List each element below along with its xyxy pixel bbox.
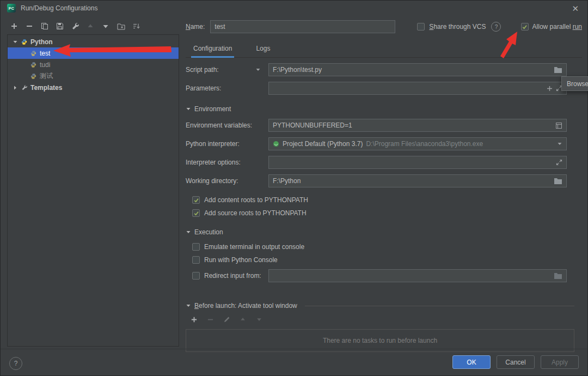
- python-file-icon: [30, 50, 36, 57]
- cancel-button[interactable]: Cancel: [497, 355, 535, 369]
- pycharm-logo-icon: PC: [7, 4, 16, 13]
- edit-templates-icon[interactable]: [70, 21, 80, 31]
- interpreter-row: Python interpreter: Project Default (Pyt…: [186, 137, 582, 150]
- before-launch-toolbar: [186, 314, 582, 325]
- interpreter-combo[interactable]: Project Default (Python 3.7) D:\Program …: [268, 137, 567, 150]
- chevron-right-icon[interactable]: [12, 85, 18, 90]
- python-file-icon: [30, 62, 36, 68]
- parameters-label: Parameters:: [186, 84, 221, 92]
- tree-item-tudi[interactable]: tudi: [8, 59, 179, 70]
- sort-configurations-icon[interactable]: [131, 21, 141, 31]
- close-icon[interactable]: ✕: [569, 3, 581, 14]
- share-vcs-group: Share through VCS ?: [417, 22, 501, 32]
- emulate-terminal-label: Emulate terminal in output console: [204, 243, 304, 251]
- python-file-icon: [30, 73, 36, 80]
- tree-item-ceshi[interactable]: 测试: [8, 70, 179, 82]
- browse-tooltip: Browse: [561, 76, 588, 91]
- chevron-down-icon: [186, 303, 191, 308]
- env-vars-field[interactable]: PYTHONUNBUFFERED=1: [268, 119, 567, 132]
- copy-icon[interactable]: [40, 21, 50, 31]
- env-vars-row: Environment variables: PYTHONUNBUFFERED=…: [186, 119, 582, 132]
- new-folder-icon[interactable]: [116, 21, 126, 31]
- share-vcs-checkbox[interactable]: [417, 23, 425, 31]
- python-console-label: Run with Python Console: [204, 256, 278, 264]
- script-path-label: Script path:: [186, 66, 219, 74]
- execution-section-header[interactable]: Execution: [186, 228, 582, 236]
- allow-parallel-checkbox[interactable]: [521, 23, 529, 31]
- apply-button[interactable]: Apply: [541, 355, 579, 369]
- edit-task-icon[interactable]: [222, 314, 231, 324]
- dialog-buttons: OK Cancel Apply: [452, 355, 579, 369]
- source-roots-row: Add source roots to PYTHONPATH: [192, 208, 582, 218]
- env-vars-label: Environment variables:: [186, 122, 252, 129]
- ok-button[interactable]: OK: [452, 355, 491, 369]
- combo-arrow-icon[interactable]: [557, 141, 562, 147]
- emulate-terminal-checkbox[interactable]: [192, 243, 200, 251]
- interpreter-path: D:\Program Files\anaconda3\python.exe: [366, 140, 554, 148]
- chevron-down-icon[interactable]: [255, 67, 261, 72]
- name-row: Name: Share through VCS ? Allow parallel…: [186, 19, 582, 34]
- configuration-form: Name: Share through VCS ? Allow parallel…: [186, 19, 582, 352]
- window-title: Run/Debug Configurations: [21, 4, 97, 12]
- task-down-icon[interactable]: [254, 314, 264, 324]
- redirect-input-label: Redirect input from:: [204, 272, 261, 280]
- add-task-icon[interactable]: [189, 314, 199, 324]
- source-roots-checkbox[interactable]: [192, 209, 200, 217]
- python-console-row: Run with Python Console: [192, 255, 582, 265]
- script-path-field[interactable]: F:\Python\test.py: [268, 63, 567, 76]
- environment-section-header[interactable]: Environment: [186, 105, 582, 113]
- interpreter-options-field[interactable]: [268, 156, 567, 169]
- wrench-icon: [21, 84, 27, 91]
- parameters-row: Parameters:: [186, 82, 582, 95]
- before-launch-header[interactable]: Before launch: Activate tool window: [186, 301, 582, 311]
- tree-group-templates[interactable]: Templates: [8, 82, 179, 93]
- allow-parallel-group: Allow parallel run: [521, 23, 582, 31]
- remove-icon[interactable]: [24, 21, 34, 31]
- tree-item-label: 测试: [40, 71, 53, 81]
- name-input[interactable]: [210, 20, 395, 33]
- browse-tooltip-text: Browse: [567, 80, 588, 88]
- before-launch-label: Before launch: Activate tool window: [194, 302, 297, 310]
- tree-item-label: test: [40, 50, 50, 57]
- source-roots-label: Add source roots to PYTHONPATH: [204, 209, 307, 217]
- parameters-field[interactable]: [268, 82, 567, 95]
- expand-field-icon[interactable]: [556, 159, 562, 166]
- edit-variables-icon[interactable]: [555, 122, 562, 129]
- python-console-checkbox[interactable]: [192, 256, 200, 264]
- section-divider: [305, 306, 574, 306]
- python-logo-icon: [21, 38, 27, 46]
- redirect-input-row: Redirect input from:: [186, 269, 582, 282]
- tree-group-python[interactable]: Python: [8, 36, 179, 47]
- content-roots-checkbox[interactable]: [192, 196, 200, 204]
- help-button[interactable]: ?: [9, 357, 22, 370]
- configurations-tree: Python test tudi 测试 Templates: [7, 34, 179, 347]
- name-label: Name:: [186, 23, 205, 31]
- folder-icon[interactable]: [554, 272, 562, 280]
- allow-parallel-label: Allow parallel run: [532, 23, 582, 31]
- run-debug-configurations-dialog: PC Run/Debug Configurations ✕ Python tes…: [0, 0, 588, 376]
- redirect-input-checkbox[interactable]: [192, 272, 200, 280]
- script-path-value: F:\Python\test.py: [273, 66, 550, 74]
- help-circle-icon[interactable]: ?: [491, 22, 501, 32]
- move-up-icon[interactable]: [85, 21, 95, 31]
- insert-macros-plus-icon[interactable]: [547, 86, 553, 92]
- move-down-icon[interactable]: [101, 21, 111, 31]
- tree-item-test[interactable]: test: [8, 47, 179, 59]
- tree-group-label: Python: [30, 38, 53, 46]
- folder-icon[interactable]: [554, 66, 562, 74]
- working-dir-field[interactable]: F:\Python: [268, 174, 567, 187]
- chevron-down-icon: [186, 229, 191, 235]
- add-icon[interactable]: [9, 21, 19, 31]
- folder-icon[interactable]: [554, 178, 562, 185]
- chevron-down-icon[interactable]: [12, 39, 18, 45]
- tab-configuration[interactable]: Configuration: [191, 41, 234, 57]
- chevron-down-icon: [186, 106, 191, 112]
- task-up-icon[interactable]: [238, 314, 248, 324]
- interpreter-label: Python interpreter:: [186, 140, 240, 148]
- tree-group-label: Templates: [30, 84, 62, 92]
- remove-task-icon[interactable]: [205, 314, 215, 324]
- content-roots-label: Add content roots to PYTHONPATH: [204, 196, 308, 204]
- tab-logs[interactable]: Logs: [254, 41, 272, 57]
- save-icon[interactable]: [55, 21, 65, 31]
- redirect-input-field[interactable]: [268, 269, 567, 282]
